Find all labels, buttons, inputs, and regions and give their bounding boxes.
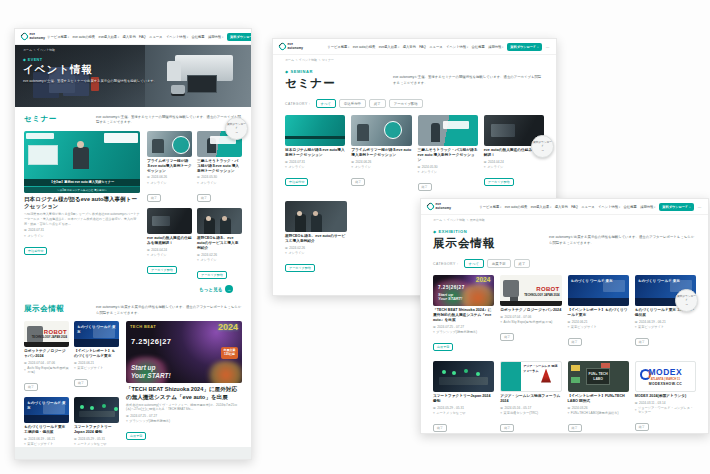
filter-archive[interactable]: アーカイブ配信: [389, 99, 423, 108]
status-tag: 終了: [500, 333, 514, 341]
exhibition-card[interactable]: FUN+ TECH LABO 【イベントレポート】FUN+TECH LABO 開…: [568, 361, 629, 433]
nav-item-cases[interactable]: 導入事例: [403, 45, 416, 49]
calendar-icon: ⊞: [74, 361, 77, 365]
nav-item-service[interactable]: サービス概要: [327, 45, 349, 49]
nav-item-cases[interactable]: 導入事例: [122, 35, 135, 39]
seminar-card[interactable]: 日本ロジテム様が語るeve auto導入事例トークセッション ⊞2024.07.…: [285, 115, 345, 192]
nav-item-recruit[interactable]: 採用情報: [640, 205, 655, 209]
nav-item-faq[interactable]: FAQ: [419, 45, 426, 49]
eve-autonomy-logo[interactable]: eveautonomy: [427, 203, 451, 210]
filter-all[interactable]: すべて: [464, 259, 484, 268]
seminar-card[interactable]: プライムポリマー様が語るeve auto導入事例トークセッション ⊞2024.0…: [351, 115, 411, 192]
filter-ended[interactable]: 終了: [369, 99, 386, 108]
nav-item-company[interactable]: 会社概要: [624, 205, 637, 209]
nav-item-news[interactable]: ニュース: [581, 205, 594, 209]
floating-download-button[interactable]: 資料ダウンロード →: [675, 289, 698, 312]
nav-more-menu-icon[interactable]: …: [546, 44, 551, 49]
nav-item-effect[interactable]: eve導入効果: [379, 45, 400, 49]
exhibition-thumbnail: ものづくり ワールド 東京: [568, 275, 629, 306]
event-date: 2024.06.26: [355, 160, 371, 164]
breadcrumb[interactable]: ホーム ＞ イベント情報 ＞ セミナー: [273, 55, 556, 65]
calendar-icon: ⊞: [147, 248, 150, 252]
event-card-title: 【イベントレポート】ものづくりワールド東京: [74, 349, 119, 359]
event-date: 2024.05.29 - 05.31: [437, 406, 464, 410]
exhibition-card[interactable]: 2024 7.25|26|27 Start upYour START! 「TEC…: [433, 275, 494, 352]
event-card-title: 【イベントレポート】ものづくりワールド東京: [568, 308, 629, 318]
seminar-card[interactable]: 三菱ふそうトラック・バス様が語るeve auto 導入事例トークセッション ⊞2…: [197, 131, 242, 203]
nav-item-service[interactable]: サービス概要: [479, 205, 501, 209]
nav-item-effect[interactable]: eve導入効果: [531, 205, 552, 209]
seminar-more-button[interactable]: もっと見る→: [199, 285, 233, 293]
filter-ended[interactable]: 終了: [514, 259, 531, 268]
exhibition-card[interactable]: ものづくり ワールド 東京 【イベントレポート】ものづくりワールド東京 ⊞202…: [74, 321, 119, 392]
nav-item-events[interactable]: イベント情報: [446, 45, 468, 49]
eve-autonomy-logo[interactable]: eveautonomy: [21, 33, 45, 40]
exhibition-card[interactable]: ROBOT TECHNOLOGY JAPAN 2024 ロボットテクノロジージャ…: [24, 321, 69, 392]
seminar-section-title: セミナー: [24, 114, 88, 124]
nav-item-features[interactable]: eve autoの特長: [505, 205, 528, 209]
exhibition-card[interactable]: アジア・シームレス 物流フォーラム アジア・シームレス物流フォーラム2024 ⊞…: [500, 361, 561, 433]
floating-download-button[interactable]: 資料ダウンロード →: [225, 117, 248, 140]
event-date: 2024.05.16 - 05.17: [504, 406, 531, 410]
exhibition-card[interactable]: スマートファクトリーJapan 2024 愛知 ⊞2024.05.29 - 05…: [433, 361, 494, 433]
exhibition-thumbnail: MODEX ATLANTA | MARCH 11 MODEXSHOW.CC: [635, 361, 696, 392]
exhibition-card[interactable]: ものづくり ワールド 東京 ものづくりワールド東京 工場設備・備品展 ⊞2024…: [635, 275, 696, 352]
nav-item-faq[interactable]: FAQ: [139, 35, 146, 39]
calendar-icon: ⊞: [24, 361, 27, 365]
seminar-card[interactable]: プライムポリマー様が語るeve auto導入事例トークセッション ⊞2024.0…: [147, 131, 192, 203]
download-cta-button[interactable]: 資料ダウンロード ↓: [227, 33, 252, 41]
featured-exhibition-card[interactable]: TECH BEAT 2024 7.25|26|27 Start upYour S…: [126, 321, 242, 460]
seminar-thumbnail: [147, 131, 192, 157]
filter-all[interactable]: すべて: [316, 99, 336, 108]
seminar-card[interactable]: eve autoの無人搬送の仕組みを徹底解説！ ⊞2024.04.24 ⌖オンラ…: [147, 208, 192, 280]
nav-more-menu-icon[interactable]: …: [698, 204, 703, 209]
nav-item-recruit[interactable]: 採用情報: [488, 45, 503, 49]
event-hero: ホーム ＞ イベント情報 ◆ EVENT イベント情報 eve autonomy…: [15, 45, 251, 107]
download-cta-button[interactable]: 資料ダウンロード ↓: [507, 43, 542, 51]
event-date: 2024.05.30: [201, 175, 217, 179]
exhibition-card[interactable]: ROBOT TECHNOLOGY JAPAN 2024 ロボットテクノロジージャ…: [500, 275, 561, 352]
category-filter-bar: CATEGORY : すべて 出展予定 終了: [421, 253, 708, 273]
nav-item-features[interactable]: eve autoの特長: [353, 45, 376, 49]
nav-item-service[interactable]: サービス概要: [47, 35, 69, 39]
nav-item-recruit[interactable]: 採用情報: [208, 35, 223, 39]
seminar-thumbnail: [418, 115, 478, 146]
nav-item-events[interactable]: イベント情報: [598, 205, 620, 209]
seminar-card[interactable]: 三菱ふそうトラック・バス様が語るeve auto 導入事例トークセッション ⊞2…: [418, 115, 478, 192]
floating-download-button[interactable]: 資料ダウンロード →: [531, 135, 554, 158]
nav-item-features[interactable]: eve autoの特長: [73, 35, 96, 39]
event-card-title: 星野CEOも語る、eve autoのサービスと導入事例紹介: [285, 234, 347, 244]
logo-text-line2: autonomy: [436, 207, 452, 210]
calendar-icon: ⊞: [635, 320, 638, 324]
nav-item-company[interactable]: 会社概要: [472, 45, 485, 49]
arrow-right-icon: →: [225, 285, 233, 293]
nav-item-effect[interactable]: eve導入効果: [99, 35, 120, 39]
seminar-card[interactable]: 星野CEOも語る、eve autoのサービスと導入事例紹介 ⊞2024.02.2…: [197, 208, 242, 280]
featured-seminar-card[interactable]: 【全3回】事例別 eve auto 導入実績セミナー 〜第3回 日本ロジテム株式…: [24, 131, 140, 280]
thumb-text: FUN+ TECH LABO: [586, 368, 611, 385]
nav-item-news[interactable]: ニュース: [429, 45, 442, 49]
exhibition-card[interactable]: MODEX ATLANTA | MARCH 11 MODEXSHOW.CC MO…: [635, 361, 696, 433]
event-date: 2024.07.04 - 07.06: [28, 361, 55, 365]
filter-upcoming[interactable]: 出展予定: [487, 259, 511, 268]
thumb-text: MODEX: [649, 367, 683, 377]
seminar-card[interactable]: 星野CEOも語る、eve autoのサービスと導入事例紹介 ⊞2024.02.2…: [285, 201, 347, 273]
filter-open[interactable]: 申込受付中: [339, 99, 366, 108]
breadcrumb[interactable]: ホーム ＞ イベント情報 ＞ 展示会情報: [421, 215, 708, 225]
event-place: オンライン: [288, 251, 304, 255]
nav-item-company[interactable]: 会社概要: [191, 35, 204, 39]
eve-logo-icon: [20, 32, 30, 42]
download-cta-button[interactable]: 資料ダウンロード ↓: [659, 203, 694, 211]
nav-item-faq[interactable]: FAQ: [571, 205, 578, 209]
nav-item-cases[interactable]: 導入事例: [555, 205, 568, 209]
nav-item-events[interactable]: イベント情報: [166, 35, 188, 39]
event-place: 東京ビッグサイト: [77, 366, 103, 370]
breadcrumb[interactable]: ホーム ＞ イベント情報: [23, 48, 55, 52]
thumb-dates-text: 7.25|26|27: [438, 285, 465, 290]
nav-item-news[interactable]: ニュース: [149, 35, 162, 39]
eve-autonomy-logo[interactable]: eveautonomy: [279, 43, 303, 50]
status-tag: 終了: [74, 379, 88, 387]
exhibition-card[interactable]: ものづくり ワールド 東京 【イベントレポート】ものづくりワールド東京 ⊞202…: [568, 275, 629, 352]
event-place: 東京ビッグサイト: [571, 325, 597, 329]
event-date: 2024.04.24: [151, 248, 167, 252]
